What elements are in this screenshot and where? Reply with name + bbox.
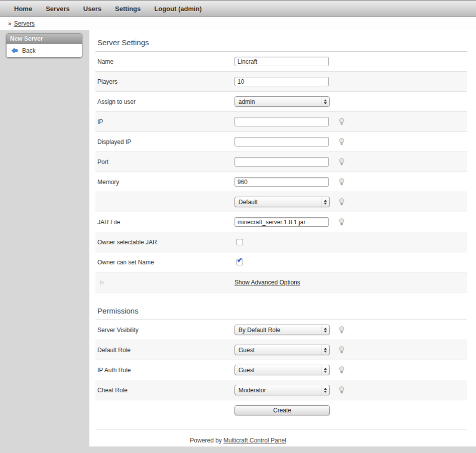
select-arrows-icon (321, 197, 329, 207)
cheat-role-select[interactable]: Moderator (234, 385, 330, 395)
footer-divider (95, 429, 467, 430)
select-value: Guest (235, 347, 321, 354)
form-row-name: Name (95, 52, 467, 72)
memory-input[interactable] (234, 177, 329, 187)
breadcrumb-separator: » (8, 20, 12, 27)
select-arrows-icon (321, 345, 329, 355)
help-lightbulb-icon[interactable] (338, 178, 345, 186)
section-server-settings: Server SettingsNamePlayersAssign to user… (95, 30, 467, 292)
default-role-select[interactable]: Guest (234, 345, 330, 355)
help-lightbulb-icon[interactable] (338, 138, 345, 145)
server-visibility-select[interactable]: By Default Role (234, 325, 330, 335)
disclosure-triangle-icon[interactable]: ▷ (100, 279, 104, 285)
submit-row: Create (95, 400, 467, 420)
field-label-port: Port (97, 159, 234, 166)
field-control-players (234, 77, 333, 86)
arrow-left-icon (11, 47, 19, 55)
name-input[interactable] (234, 57, 329, 66)
field-label-show-advanced-options: ▷ (97, 279, 234, 285)
owner-selectable-jar-checkbox[interactable] (236, 239, 243, 245)
sidebar: New Server Back (6, 33, 82, 58)
select-arrows-icon (321, 97, 329, 106)
field-control-memory-preset: Default (234, 197, 333, 207)
form-row-assign-to-user: Assign to useradmin (95, 92, 467, 112)
field-label-owner-selectable-jar: Owner selectable JAR (97, 239, 234, 246)
nav-item-users[interactable]: Users (83, 5, 101, 13)
field-control-jar-file (234, 217, 333, 227)
section-permissions: PermissionsServer VisibilityBy Default R… (95, 292, 467, 400)
help-lightbulb-icon[interactable] (338, 158, 345, 166)
jar-file-input[interactable] (234, 217, 329, 227)
footer-link[interactable]: Multicraft Control Panel (223, 437, 286, 444)
checkmark-icon: ✔ (237, 257, 243, 263)
sidebar-item-back[interactable]: Back (7, 44, 82, 57)
select-value: Default (235, 199, 321, 206)
sidebar-title: New Server (7, 34, 82, 44)
field-label-server-visibility: Server Visibility (97, 327, 234, 334)
form-row-ip: IP (95, 112, 467, 132)
field-control-ip-auth-role: Guest (234, 365, 333, 375)
ip-auth-role-select[interactable]: Guest (234, 365, 330, 375)
select-value: By Default Role (235, 327, 321, 334)
select-arrows-icon (321, 365, 329, 375)
field-control-cheat-role: Moderator (234, 385, 333, 395)
nav-item-servers[interactable]: Servers (46, 5, 70, 13)
form-row-jar-file: JAR File (95, 212, 467, 232)
top-nav: HomeServersUsersSettingsLogout (admin) (0, 0, 476, 17)
show-advanced-options-link[interactable]: Show Advanced Options (234, 279, 300, 286)
field-control-memory (234, 177, 333, 187)
players-input[interactable] (234, 77, 329, 86)
field-label-name: Name (97, 58, 234, 65)
select-arrows-icon (321, 385, 329, 395)
field-control-owner-selectable-jar (234, 239, 333, 245)
field-label-ip: IP (97, 118, 234, 125)
field-control-assign-to-user: admin (234, 96, 333, 107)
nav-item-logout-admin[interactable]: Logout (admin) (154, 5, 202, 13)
assign-to-user-select[interactable]: admin (234, 96, 330, 107)
field-label-players: Players (97, 78, 234, 85)
form-row-memory-preset: Default (95, 192, 467, 212)
field-control-default-role: Guest (234, 345, 333, 355)
field-label-assign-to-user: Assign to user (97, 98, 234, 105)
select-value: admin (235, 98, 321, 105)
sidebar-background (0, 30, 89, 453)
multicraft-new-server-page: HomeServersUsersSettingsLogout (admin) »… (0, 0, 476, 453)
form-sections: Server SettingsNamePlayersAssign to user… (95, 30, 467, 400)
nav-item-settings[interactable]: Settings (115, 5, 141, 13)
ip-input[interactable] (234, 117, 329, 126)
help-lightbulb-icon[interactable] (338, 198, 345, 206)
sidebar-item-label: Back (22, 47, 36, 54)
field-label-cheat-role: Cheat Role (97, 387, 234, 394)
form-row-displayed-ip: Displayed IP (95, 132, 467, 152)
field-control-show-advanced-options: Show Advanced Options (234, 279, 333, 286)
field-control-port (234, 157, 333, 167)
help-lightbulb-icon[interactable] (338, 118, 345, 125)
displayed-ip-input[interactable] (234, 137, 329, 146)
field-control-server-visibility: By Default Role (234, 325, 333, 335)
form-row-show-advanced-options: ▷Show Advanced Options (95, 272, 467, 292)
form-row-owner-can-set-name: Owner can set Name✔ (95, 252, 467, 272)
field-label-jar-file: JAR File (97, 219, 234, 226)
help-lightbulb-icon[interactable] (338, 346, 345, 354)
port-input[interactable] (234, 157, 329, 167)
help-lightbulb-icon[interactable] (338, 326, 345, 334)
form-row-server-visibility: Server VisibilityBy Default Role (95, 320, 467, 340)
field-label-displayed-ip: Displayed IP (97, 138, 234, 145)
field-label-ip-auth-role: IP Auth Role (97, 367, 234, 374)
create-button[interactable]: Create (234, 405, 330, 415)
help-lightbulb-icon[interactable] (338, 218, 345, 226)
owner-can-set-name-checkbox[interactable]: ✔ (236, 259, 243, 265)
footer-text: Powered by (190, 437, 221, 444)
memory-preset-select[interactable]: Default (234, 197, 330, 207)
form-row-players: Players (95, 72, 467, 92)
nav-item-home[interactable]: Home (14, 5, 32, 13)
help-lightbulb-icon[interactable] (338, 366, 345, 374)
help-lightbulb-icon[interactable] (338, 386, 345, 394)
breadcrumb-link-servers[interactable]: Servers (14, 20, 35, 27)
form-row-port: Port (95, 152, 467, 172)
field-label-default-role: Default Role (97, 347, 234, 354)
field-control-name (234, 57, 333, 66)
form-row-memory: Memory (95, 172, 467, 192)
form-row-owner-selectable-jar: Owner selectable JAR (95, 232, 467, 252)
field-control-ip (234, 117, 333, 126)
